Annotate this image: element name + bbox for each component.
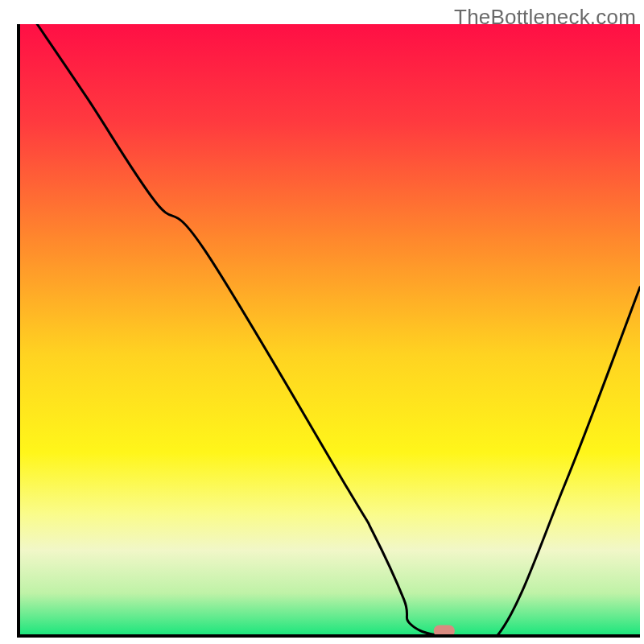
- watermark-text: TheBottleneck.com: [454, 5, 636, 30]
- gradient-background: [19, 24, 640, 636]
- bottleneck-chart: [0, 0, 644, 644]
- chart-container: TheBottleneck.com: [0, 0, 644, 644]
